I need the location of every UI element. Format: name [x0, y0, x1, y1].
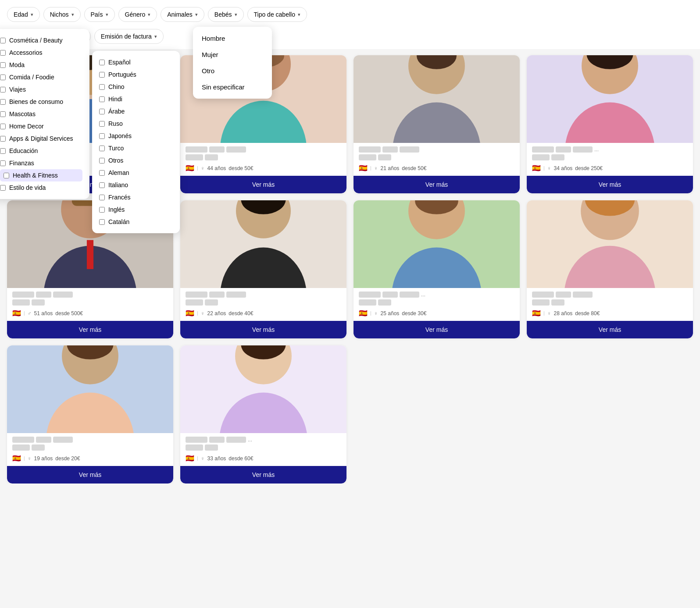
gender-dropdown: Hombre Mujer Otro Sin especificar	[193, 27, 272, 99]
separator: |	[543, 311, 545, 316]
lang-item-frances[interactable]: Francés	[99, 191, 173, 203]
niche-item-finanzas[interactable]: Finanzas	[0, 157, 82, 169]
lang-item-portugues[interactable]: Portugués	[99, 68, 173, 81]
gender-icon: ♀	[201, 310, 205, 316]
ver-mas-button[interactable]: Ver más	[180, 321, 346, 338]
influencer-age: 34 años	[554, 165, 573, 171]
lang-item-aleman[interactable]: Aleman	[99, 167, 173, 179]
filter-nichos[interactable]: Nichos ▾	[43, 7, 81, 22]
ver-mas-button[interactable]: Ver más	[527, 176, 693, 193]
ver-mas-button[interactable]: Ver más	[7, 466, 173, 484]
country-flag: 🇪🇸	[532, 309, 541, 317]
lang-item-espanol[interactable]: Español	[99, 56, 173, 68]
country-flag: 🇪🇸	[186, 309, 194, 317]
lang-checkbox-hindi[interactable]	[99, 96, 105, 102]
lang-checkbox-otros[interactable]	[99, 158, 105, 164]
lang-item-turco[interactable]: Turco	[99, 142, 173, 154]
gender-item-otro[interactable]: Otro	[193, 63, 272, 79]
niche-checkbox-educacion[interactable]	[0, 148, 6, 154]
niche-checkbox-viajes[interactable]	[0, 87, 6, 92]
niche-item-homedecor[interactable]: Home Decor	[0, 120, 82, 132]
gender-item-mujer[interactable]: Mujer	[193, 46, 272, 63]
name-blur-3	[226, 146, 246, 153]
lang-item-chino[interactable]: Chino	[99, 81, 173, 93]
niche-checkbox-health[interactable]	[4, 173, 9, 178]
niche-item-viajes[interactable]: Viajes	[0, 83, 82, 96]
ver-mas-button[interactable]: Ver más	[527, 321, 693, 338]
niche-item-moda[interactable]: Moda	[0, 59, 82, 71]
niche-item-bienes[interactable]: Bienes de consumo	[0, 96, 82, 108]
niche-checkbox-apps[interactable]	[0, 136, 6, 142]
content-area: ... 🇪🇸 | ♀ 31 años desde 50€ Ver más	[0, 49, 700, 484]
ver-mas-button[interactable]: Ver más	[354, 176, 520, 193]
lang-checkbox-japones[interactable]	[99, 133, 105, 139]
niche-checkbox-estilo[interactable]	[0, 185, 6, 191]
niche-checkbox-comida[interactable]	[0, 75, 6, 80]
top-filter-bar: Edad ▾ Nichos ▾ País ▾ Género ▾ Animales…	[0, 0, 700, 25]
name-blur-1	[186, 146, 207, 153]
lang-checkbox-catalan[interactable]	[99, 219, 105, 225]
lang-item-japones[interactable]: Japonés	[99, 130, 173, 142]
niche-item-educacion[interactable]: Educación	[0, 145, 82, 157]
filter-tipo-cabello[interactable]: Tipo de cabello ▾	[247, 7, 307, 22]
lang-checkbox-ingles[interactable]	[99, 207, 105, 213]
niche-checkbox-bienes[interactable]	[0, 99, 6, 105]
lang-checkbox-chino[interactable]	[99, 84, 105, 90]
lang-item-ruso[interactable]: Ruso	[99, 117, 173, 130]
card-name-area	[7, 288, 173, 299]
niche-checkbox-mascotas[interactable]	[0, 111, 6, 117]
ver-mas-button[interactable]: Ver más	[180, 176, 346, 193]
lang-checkbox-italiano[interactable]	[99, 182, 105, 188]
influencer-card: ... 🇪🇸 | ♀ 34 años desde 250€ Ver más	[527, 55, 693, 193]
lang-item-hindi[interactable]: Hindi	[99, 93, 173, 105]
lang-item-ingles[interactable]: Inglés	[99, 203, 173, 216]
niche-checkbox-accessorios[interactable]	[0, 50, 6, 56]
lang-checkbox-espanol[interactable]	[99, 60, 105, 65]
lang-checkbox-arabe[interactable]	[99, 109, 105, 114]
card-photo	[354, 200, 520, 288]
influencer-age: 25 años	[381, 310, 400, 316]
niche-item-accessorios[interactable]: Accessorios	[0, 46, 82, 59]
ver-mas-button[interactable]: Ver más	[7, 321, 173, 338]
ver-mas-button[interactable]: Ver más	[354, 321, 520, 338]
handle-blur	[186, 154, 203, 160]
country-flag: 🇪🇸	[186, 164, 194, 172]
filter-genero[interactable]: Género ▾	[118, 7, 157, 22]
influencer-age: 19 años	[34, 455, 53, 462]
niche-checkbox-homedecor[interactable]	[0, 124, 6, 129]
filter-edad[interactable]: Edad ▾	[7, 7, 40, 22]
name-blur-1	[12, 292, 34, 298]
filter-pais[interactable]: País ▾	[84, 7, 115, 22]
influencer-card: ... 🇪🇸 | ♀ 33 años desde 60€ Ver más	[180, 345, 346, 484]
niche-item-mascotas[interactable]: Mascotas	[0, 108, 82, 120]
niche-item-comida[interactable]: Comida / Foodie	[0, 71, 82, 83]
filter-bebes[interactable]: Bebés ▾	[208, 7, 244, 22]
lang-item-otros[interactable]: Otros	[99, 154, 173, 167]
lang-checkbox-turco[interactable]	[99, 146, 105, 151]
niche-checkbox-moda[interactable]	[0, 62, 6, 68]
name-blur-2	[209, 292, 225, 298]
separator: |	[197, 311, 198, 316]
lang-item-arabe[interactable]: Árabe	[99, 105, 173, 117]
lang-item-catalan[interactable]: Catalán	[99, 216, 173, 228]
card-photo	[7, 345, 173, 433]
country-flag: 🇪🇸	[186, 454, 194, 462]
filter-animales[interactable]: Animales ▾	[161, 7, 204, 22]
niche-checkbox-cosmetica[interactable]	[0, 38, 6, 43]
chevron-down-icon: ▾	[71, 12, 74, 18]
niche-item-estilo[interactable]: Estilo de vida	[0, 181, 82, 194]
chevron-down-icon: ▾	[148, 12, 150, 18]
gender-item-hombre[interactable]: Hombre	[193, 30, 272, 46]
niche-item-cosmetica[interactable]: Cosmética / Beauty	[0, 34, 82, 46]
ver-mas-button[interactable]: Ver más	[180, 466, 346, 484]
lang-checkbox-portugues[interactable]	[99, 72, 105, 78]
lang-item-italiano[interactable]: Italiano	[99, 179, 173, 191]
niche-item-apps[interactable]: Apps & Digital Services	[0, 132, 82, 145]
niche-item-health[interactable]: Health & Fitness	[0, 169, 82, 181]
gender-item-sin[interactable]: Sin especificar	[193, 79, 272, 95]
lang-checkbox-ruso[interactable]	[99, 121, 105, 127]
lang-checkbox-frances[interactable]	[99, 195, 105, 200]
filter-emision[interactable]: Emisión de factura ▾	[94, 29, 164, 44]
niche-checkbox-finanzas[interactable]	[0, 160, 6, 166]
lang-checkbox-aleman[interactable]	[99, 170, 105, 176]
